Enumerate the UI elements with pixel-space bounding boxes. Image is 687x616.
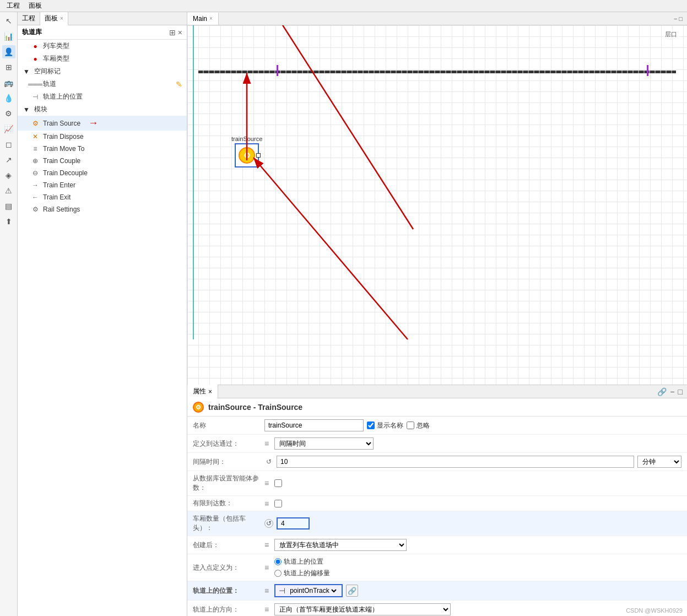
prop-track-direction-value: ≡ 正向（首节车厢更接近轨道末端） <box>264 603 681 615</box>
tab-engineering-label: 工程 <box>22 14 35 23</box>
prop-car-count-value: ↺ <box>264 517 681 529</box>
prop-car-count-input[interactable] <box>277 517 310 529</box>
prop-row-car-count: 车厢数量（包括车头）： ↺ <box>187 511 687 536</box>
track-direction-select[interactable]: 正向（首节车厢更接近轨道末端） <box>274 603 451 615</box>
tree-item-space-mark-section[interactable]: ▼ 空间标记 <box>18 65 187 78</box>
track-connector-left <box>277 65 278 76</box>
tree-item-train-exit[interactable]: ← Train Exit <box>18 191 187 203</box>
sidebar-icon-diamond[interactable]: ◈ <box>2 169 15 182</box>
show-name-checkbox-label[interactable]: 显示名称 <box>367 421 403 430</box>
properties-tab-main[interactable]: 属性 × <box>187 385 218 399</box>
library-close-icon[interactable]: × <box>178 28 182 37</box>
train-source-block[interactable]: trainSource ⚙ <box>231 136 262 167</box>
sidebar-icon-arrow[interactable]: ↖ <box>2 14 15 28</box>
radio-track-position-input[interactable] <box>274 558 282 565</box>
sidebar-icon-graph[interactable]: 📈 <box>2 122 15 136</box>
tree-item-train-source[interactable]: ⚙ Train Source → <box>18 116 187 131</box>
tree-item-train-decouple[interactable]: ⊖ Train Decouple <box>18 167 187 179</box>
refresh-icon-interval[interactable]: ↺ <box>264 457 273 466</box>
radio-track-offset-label: 轨道上的偏移量 <box>284 569 330 578</box>
prop-link-icon[interactable]: 🔗 <box>657 387 667 396</box>
track-edit-icon[interactable]: ✎ <box>176 80 182 89</box>
canvas-tab-main-close[interactable]: × <box>209 15 213 21</box>
watermark: CSDN @WSKH0929 <box>626 607 683 614</box>
show-name-checkbox[interactable] <box>367 422 375 429</box>
prop-name-value: 显示名称 忽略 <box>264 419 681 431</box>
expand-icon-space: ▼ <box>22 67 31 76</box>
radio-track-position[interactable]: 轨道上的位置 <box>274 557 330 566</box>
tab-panel[interactable]: 面板 × <box>40 12 68 25</box>
tree-item-rail-settings[interactable]: ⚙ Rail Settings <box>18 203 187 215</box>
point-on-track-btn[interactable]: 🔗 <box>346 585 358 597</box>
ignore-checkbox-label[interactable]: 忽略 <box>407 421 430 430</box>
sidebar-icon-car[interactable]: 🚌 <box>2 76 15 89</box>
tree-item-train-enter[interactable]: → Train Enter <box>18 179 187 191</box>
tree-item-track[interactable]: ═══ 轨道 ✎ <box>18 78 187 90</box>
refresh-icon-car[interactable]: ↺ <box>264 519 273 528</box>
train-type-icon: ● <box>31 42 40 51</box>
prop-maximize-icon[interactable]: □ <box>678 387 683 396</box>
properties-tab-close[interactable]: × <box>208 388 212 396</box>
sidebar-icon-drop[interactable]: 💧 <box>2 91 15 105</box>
diagonal-arrow-svg <box>187 25 687 385</box>
properties-tabs: 属性 × 🔗 − □ <box>187 385 687 398</box>
sidebar-icon-person[interactable]: 👤 <box>2 45 15 58</box>
canvas-area: Main × − □ t <box>187 12 687 385</box>
sidebar-icon-cog[interactable]: ⚙ <box>2 107 15 120</box>
tree-item-train-type[interactable]: ● 列车类型 <box>18 40 187 52</box>
train-dispose-icon: ✕ <box>31 132 40 141</box>
limited-checkbox[interactable] <box>274 500 282 507</box>
train-dispose-label: Train Dispose <box>43 133 84 141</box>
tree-item-track-position[interactable]: ⊣ 轨道上的位置 <box>18 90 187 103</box>
menu-item-panel[interactable]: 面板 <box>24 0 46 12</box>
library-title: 轨道库 <box>22 28 42 37</box>
tree-item-train-couple[interactable]: ⊕ Train Couple <box>18 155 187 167</box>
canvas-tab-main[interactable]: Main × <box>187 13 219 25</box>
train-decouple-icon: ⊖ <box>31 169 40 177</box>
prop-interval-unit[interactable]: 分钟 <box>637 456 681 468</box>
sidebar-icon-upload[interactable]: ⬆ <box>2 215 15 228</box>
sidebar-icon-panel[interactable]: ▤ <box>2 199 15 213</box>
tree-item-module-section[interactable]: ▼ 模块 <box>18 103 187 116</box>
prop-point-on-track-label: 轨道上的位置： <box>193 586 264 596</box>
sidebar-icon-square[interactable]: ◻ <box>2 138 15 151</box>
train-source-icon: ⚙ <box>31 119 40 128</box>
train-decouple-label: Train Decouple <box>43 169 88 177</box>
prop-collapse-icon[interactable]: − <box>670 387 674 396</box>
sidebar-icon-cursor[interactable]: ↗ <box>2 153 15 166</box>
content-area: ↖ 📊 👤 ⊞ 🚌 💧 ⚙ 📈 ◻ ↗ ◈ ⚠ ▤ ⬆ 工程 面板 <box>0 12 687 616</box>
point-on-track-select[interactable]: pointOnTrack <box>288 586 338 595</box>
track-label: 轨道 <box>43 79 56 89</box>
tree-item-car-type[interactable]: ● 车厢类型 <box>18 52 187 65</box>
ignore-checkbox[interactable] <box>407 422 414 429</box>
track-pos-icon: ⊣ <box>31 93 40 101</box>
output-port <box>256 153 261 158</box>
prop-entry-point-value: ≡ 轨道上的位置 轨道上的偏移量 <box>264 557 681 578</box>
radio-track-offset-input[interactable] <box>274 570 282 577</box>
db-params-checkbox[interactable] <box>274 479 282 487</box>
train-source-label: Train Source <box>43 120 80 127</box>
tree-item-train-move-to[interactable]: ≡ Train Move To <box>18 143 187 155</box>
prop-name-input[interactable] <box>264 419 364 431</box>
prop-entry-point-label: 进入点定义为： <box>193 563 264 572</box>
radio-track-offset[interactable]: 轨道上的偏移量 <box>274 569 330 578</box>
car-type-label: 车厢类型 <box>43 54 69 63</box>
library-grid-icon[interactable]: ⊞ <box>169 28 176 37</box>
sidebar-icon-chart[interactable]: 📊 <box>2 30 15 43</box>
menu-item-engineering[interactable]: 工程 <box>2 0 24 12</box>
properties-title: trainSource - TrainSource <box>208 403 302 412</box>
after-create-select[interactable]: 放置列车在轨道场中 <box>274 539 407 551</box>
sidebar-icon-warning[interactable]: ⚠ <box>2 184 15 197</box>
point-on-track-container[interactable]: ⊣ pointOnTrack <box>274 584 343 597</box>
sidebar-icon-grid[interactable]: ⊞ <box>2 61 15 74</box>
define-arrival-select[interactable]: 间隔时间 <box>274 437 374 450</box>
tree-item-train-dispose[interactable]: ✕ Train Dispose <box>18 131 187 143</box>
prop-interval-input[interactable] <box>277 456 634 468</box>
canvas-tab-main-label: Main <box>193 15 207 23</box>
tab-panel-close[interactable]: × <box>60 15 63 21</box>
grid-canvas[interactable]: trainSource ⚙ <box>187 25 687 385</box>
train-source-box[interactable]: ⚙ <box>235 143 259 167</box>
properties-header: ⚙ trainSource - TrainSource <box>187 398 687 417</box>
prop-row-limited: 有限到达数： ≡ <box>187 496 687 511</box>
tab-engineering[interactable]: 工程 <box>18 12 40 25</box>
